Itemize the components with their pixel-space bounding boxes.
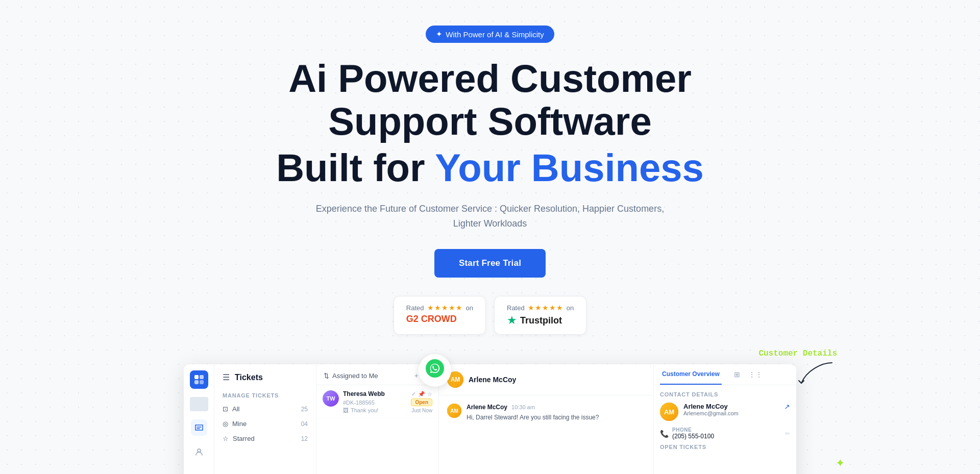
nav-all-count: 25 (301, 406, 308, 413)
trustpilot-rating-top: Rated ★★★★★ on (507, 304, 574, 312)
sparkle-decorations: ✦ ✦ (836, 457, 847, 474)
g2-stars: ★★★★★ (427, 304, 463, 312)
trustpilot-on-text: on (567, 304, 574, 312)
g2-rating-top: Rated ★★★★★ on (406, 304, 473, 312)
phone-label: PHONE (672, 427, 781, 433)
g2-rating-card: Rated ★★★★★ on G2 CROWD (394, 296, 486, 335)
ticket-check-icon: ✓ (411, 391, 416, 397)
svg-point-5 (198, 449, 201, 452)
customer-panel-body: Contact Details AM Arlene McCoy Arlenemc… (654, 385, 796, 456)
nav-mine-icon: ◎ (223, 420, 228, 428)
ratings-row: Rated ★★★★★ on G2 CROWD Rated ★★★★★ on ★… (394, 296, 586, 335)
trustpilot-logo: ★ Trustpilot (507, 314, 562, 327)
badge-icon: ✦ (436, 30, 443, 39)
g2-rated-text: Rated (406, 304, 424, 312)
nav-starred-count: 12 (301, 435, 308, 442)
chat-body: AM Arlene McCoy 10:30 am Hi, Darrel Stew… (439, 395, 653, 474)
svg-rect-1 (194, 375, 199, 379)
nav-starred-label: Starred (233, 435, 255, 442)
ticket-star-icon: ☆ (427, 391, 432, 397)
contact-name: Arlene McCoy (683, 403, 779, 410)
hero-title-highlight: Your Business (435, 146, 704, 189)
svg-rect-3 (194, 380, 199, 384)
left-panel-header: ☰ Tickets (214, 372, 316, 388)
ticket-time: Just Now (411, 408, 432, 413)
g2-logo: G2 CROWD (406, 314, 457, 325)
trustpilot-rated-text: Rated (507, 304, 525, 312)
hero-title-prefix: Built for (276, 146, 435, 189)
ticket-name: Theresa Webb (343, 390, 385, 397)
phone-value: (205) 555-0100 (672, 433, 781, 440)
whatsapp-button[interactable] (419, 354, 451, 387)
chat-message: AM Arlene McCoy 10:30 am Hi, Darrel Stew… (447, 404, 645, 422)
open-tickets-label: OPEN TICKETS (660, 444, 790, 450)
ticket-avatar: TW (323, 390, 339, 407)
app-window: f ☰ Tickets Manage Tickets ⊡ All 25 (184, 364, 796, 474)
left-panel: ☰ Tickets Manage Tickets ⊡ All 25 ◎ Mine (214, 364, 316, 474)
ticket-list-title: Assigned to Me (332, 372, 378, 380)
hero-title-line1: Ai Powered Customer Support Software (209, 57, 771, 142)
sidebar-users-icon[interactable] (191, 444, 207, 460)
sparkle-icon-1: ✦ (836, 457, 847, 470)
ticket-item[interactable]: TW Theresa Webb ✓ 📌 ☆ (316, 385, 438, 419)
ticket-id: #DK-188565 (343, 400, 375, 406)
sidebar: f (184, 364, 214, 474)
ticket-preview-icon: 🖼 (343, 407, 349, 413)
ticket-list-sort-icon: ⇅ (324, 372, 329, 380)
customer-tab-apps-icon[interactable]: ⋮⋮ (744, 364, 767, 385)
trustpilot-name: Trustpilot (520, 315, 562, 326)
nav-item-mine[interactable]: ◎ Mine 04 (214, 416, 316, 431)
ui-preview-section: Customer Details (0, 364, 980, 474)
customer-panel-tabs: Customer Overview ⊞ ⋮⋮ (654, 364, 796, 385)
chat-msg-text: Hi, Darrel Steward! Are you still facing… (467, 413, 645, 422)
g2-logo-text: G2 CROWD (406, 314, 457, 325)
start-free-trial-button[interactable]: Start Free Trial (434, 249, 546, 278)
badge-text: With Power of AI & Simplicity (446, 30, 544, 39)
ticket-status: Open (411, 398, 432, 406)
chat-panel: AM Arlene McCoy AM Arlene McCoy 10:30 am (439, 364, 653, 474)
phone-icon: 📞 (660, 430, 668, 438)
trustpilot-stars: ★★★★★ (528, 304, 564, 312)
chat-header-name: Arlene McCoy (469, 376, 516, 384)
contact-email: Arlenemc@gmail.com (683, 410, 779, 416)
contact-avatar: AM (660, 403, 678, 421)
left-panel-title: Tickets (235, 373, 263, 382)
chat-msg-sender: Arlene McCoy (467, 404, 507, 411)
ai-badge: ✦ With Power of AI & Simplicity (426, 26, 554, 43)
nav-item-all[interactable]: ⊡ All 25 (214, 402, 316, 416)
nav-mine-count: 04 (301, 420, 308, 428)
chat-message-avatar: AM (447, 404, 461, 418)
chat-msg-time: 10:30 am (511, 404, 535, 410)
sparkle-icon-2: ✦ (841, 472, 847, 474)
customer-panel: Customer Overview ⊞ ⋮⋮ Contact Details A… (653, 364, 796, 474)
ticket-pin-icon: 📌 (418, 391, 425, 397)
svg-rect-4 (200, 380, 204, 384)
sidebar-tickets-icon[interactable] (191, 419, 207, 436)
svg-point-0 (426, 359, 444, 378)
sidebar-gray-element (190, 397, 208, 411)
ticket-preview-text: Thank you! (351, 407, 378, 413)
hero-subtitle: Experience the Future of Customer Servic… (306, 202, 674, 231)
nav-all-icon: ⊡ (223, 405, 228, 413)
app-logo[interactable] (190, 370, 208, 389)
customer-overview-tab[interactable]: Customer Overview (660, 364, 722, 385)
nav-item-starred[interactable]: ☆ Starred 12 (214, 431, 316, 446)
nav-mine-label: Mine (232, 420, 247, 428)
hamburger-icon[interactable]: ☰ (223, 372, 230, 382)
contact-details-heading: Contact Details (660, 391, 790, 397)
ticket-add-icon[interactable]: + (414, 371, 419, 380)
manage-tickets-label: Manage Tickets (214, 388, 316, 402)
customer-tab-grid-icon[interactable]: ⊞ (730, 364, 744, 385)
trustpilot-rating-card: Rated ★★★★★ on ★ Trustpilot (494, 296, 586, 335)
phone-edit-icon[interactable]: ✏ (785, 430, 790, 437)
g2-on-text: on (466, 304, 473, 312)
nav-all-label: All (232, 405, 239, 413)
nav-starred-icon: ☆ (223, 435, 229, 442)
svg-rect-2 (200, 375, 204, 379)
contact-card: AM Arlene McCoy Arlenemc@gmail.com ↗ (660, 403, 790, 421)
whatsapp-icon (426, 359, 444, 382)
contact-external-link-icon[interactable]: ↗ (784, 403, 790, 411)
contact-phone-field: 📞 PHONE (205) 555-0100 ✏ (660, 427, 790, 440)
trustpilot-icon: ★ (507, 314, 517, 327)
chat-header: AM Arlene McCoy (439, 364, 653, 395)
